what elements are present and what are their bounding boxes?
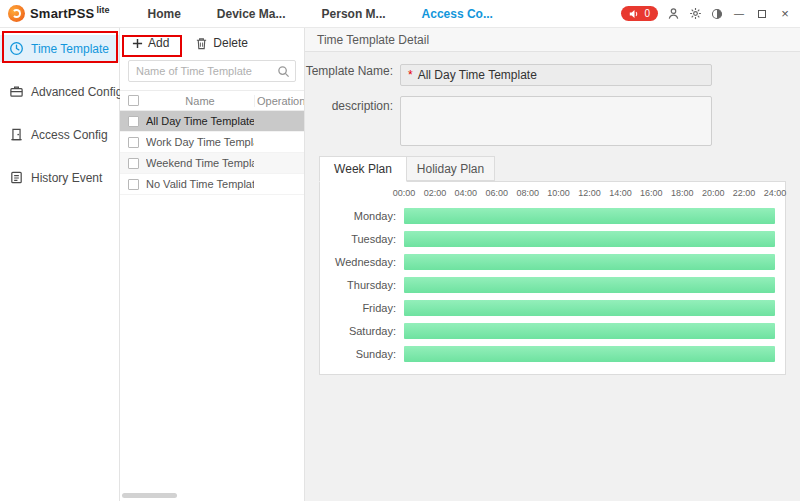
door-icon: [9, 127, 24, 142]
column-header-name: Name: [146, 95, 254, 107]
time-bar-tuesday[interactable]: [404, 231, 775, 247]
hour-tick: 08:00: [516, 188, 539, 198]
sidebar: Time Template Advanced Config Access Con…: [0, 28, 120, 501]
main-area: Time Template Advanced Config Access Con…: [0, 28, 800, 501]
required-mark: *: [408, 68, 413, 82]
hour-tick: 02:00: [424, 188, 447, 198]
tab-week-plan[interactable]: Week Plan: [319, 156, 407, 182]
time-bar-friday[interactable]: [404, 300, 775, 316]
search-box: [128, 60, 296, 82]
row-checkbox[interactable]: [128, 179, 139, 190]
theme-icon[interactable]: [711, 8, 723, 20]
search-input[interactable]: [128, 60, 296, 82]
delete-button[interactable]: Delete: [195, 36, 248, 50]
user-icon[interactable]: [667, 7, 680, 20]
app-logo-icon: [8, 5, 25, 22]
template-name-row: Template Name: * All Day Time Template: [305, 64, 800, 86]
hours-axis: 00:00 02:00 04:00 06:00 08:00 10:00 12:0…: [404, 188, 775, 201]
hour-tick: 16:00: [640, 188, 663, 198]
hour-tick: 10:00: [547, 188, 570, 198]
day-row-monday: Monday:: [320, 207, 775, 224]
table-row-all-day[interactable]: All Day Time Template: [120, 111, 304, 132]
hour-tick: 12:00: [578, 188, 601, 198]
alarm-button[interactable]: 0: [621, 6, 658, 21]
nav-access-control[interactable]: Access Co...: [422, 7, 493, 21]
brand-name: SmartPSS: [30, 6, 94, 21]
day-row-thursday: Thursday:: [320, 276, 775, 293]
plan-tabs: Week Plan Holiday Plan: [319, 156, 800, 181]
sidebar-item-time-template[interactable]: Time Template: [0, 35, 119, 62]
sidebar-item-label: History Event: [31, 171, 102, 185]
table-row-no-valid[interactable]: No Valid Time Template: [120, 174, 304, 195]
row-checkbox[interactable]: [128, 158, 139, 169]
top-nav: Home Device Ma... Person M... Access Co.…: [147, 7, 492, 21]
hour-tick: 14:00: [609, 188, 632, 198]
description-label: description:: [305, 96, 400, 113]
day-row-sunday: Sunday:: [320, 345, 775, 362]
sidebar-item-access-config[interactable]: Access Config: [0, 121, 119, 148]
trash-icon: [195, 37, 208, 50]
scrollbar-thumb[interactable]: [122, 493, 177, 498]
gear-icon[interactable]: [689, 7, 702, 20]
day-label: Friday:: [320, 302, 404, 314]
delete-button-label: Delete: [213, 36, 248, 50]
hour-tick: 24:00: [764, 188, 787, 198]
list-toolbar: Add Delete: [120, 28, 304, 58]
nav-home[interactable]: Home: [147, 7, 180, 21]
time-bar-wednesday[interactable]: [404, 254, 775, 270]
row-checkbox[interactable]: [128, 116, 139, 127]
sidebar-item-advanced-config[interactable]: Advanced Config: [0, 78, 119, 105]
row-name: Weekend Time Template: [146, 157, 254, 169]
title-bar: SmartPSS lite Home Device Ma... Person M…: [0, 0, 800, 28]
detail-panel: Time Template Detail Template Name: * Al…: [305, 28, 800, 501]
tab-holiday-plan[interactable]: Holiday Plan: [407, 156, 495, 181]
maximize-icon: [758, 10, 766, 18]
add-button[interactable]: Add: [132, 36, 169, 50]
day-row-tuesday: Tuesday:: [320, 230, 775, 247]
template-name-field[interactable]: * All Day Time Template: [400, 64, 712, 86]
hour-tick: 20:00: [702, 188, 725, 198]
app-window: SmartPSS lite Home Device Ma... Person M…: [0, 0, 800, 501]
hour-tick: 06:00: [485, 188, 508, 198]
time-bar-sunday[interactable]: [404, 346, 775, 362]
time-bar-monday[interactable]: [404, 208, 775, 224]
nav-device-manager[interactable]: Device Ma...: [217, 7, 286, 21]
day-row-wednesday: Wednesday:: [320, 253, 775, 270]
hour-tick: 04:00: [455, 188, 478, 198]
horizontal-scrollbar[interactable]: [122, 493, 302, 499]
maximize-button[interactable]: [755, 6, 769, 22]
description-row: description:: [305, 96, 800, 146]
day-label: Thursday:: [320, 279, 404, 291]
template-list-panel: Add Delete Name Operation All: [120, 28, 305, 501]
sidebar-item-history-event[interactable]: History Event: [0, 164, 119, 191]
toolbox-icon: [9, 84, 24, 99]
time-bar-thursday[interactable]: [404, 277, 775, 293]
close-button[interactable]: ×: [778, 6, 792, 22]
template-name-value: All Day Time Template: [418, 68, 537, 82]
sidebar-item-label: Access Config: [31, 128, 108, 142]
sidebar-item-label: Advanced Config: [31, 85, 122, 99]
description-field[interactable]: [400, 96, 712, 146]
brand: SmartPSS lite: [8, 5, 109, 22]
row-checkbox[interactable]: [128, 137, 139, 148]
table-row-work-day[interactable]: Work Day Time Template: [120, 132, 304, 153]
day-label: Tuesday:: [320, 233, 404, 245]
select-all-checkbox[interactable]: [128, 95, 139, 106]
minimize-button[interactable]: —: [732, 6, 746, 22]
sidebar-item-label: Time Template: [31, 42, 109, 56]
detail-title: Time Template Detail: [305, 28, 800, 52]
day-label: Sunday:: [320, 348, 404, 360]
hour-tick: 22:00: [733, 188, 756, 198]
nav-person-manager[interactable]: Person M...: [322, 7, 386, 21]
hour-tick: 00:00: [393, 188, 416, 198]
search-icon[interactable]: [277, 64, 290, 82]
row-name: All Day Time Template: [146, 115, 254, 127]
title-bar-controls: 0 — ×: [621, 6, 792, 22]
time-bar-saturday[interactable]: [404, 323, 775, 339]
clock-icon: [9, 41, 24, 56]
plus-icon: [132, 38, 143, 49]
table-row-weekend[interactable]: Weekend Time Template: [120, 153, 304, 174]
row-name: No Valid Time Template: [146, 178, 254, 190]
day-row-saturday: Saturday:: [320, 322, 775, 339]
history-icon: [9, 170, 24, 185]
